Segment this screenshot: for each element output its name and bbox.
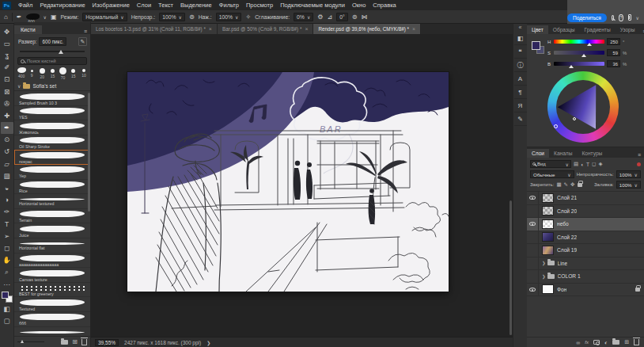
scrollbar[interactable] bbox=[510, 200, 512, 335]
trash-icon[interactable] bbox=[81, 339, 87, 345]
brush-folder-row[interactable]: ∨ Sofia's set bbox=[14, 82, 90, 90]
slider-thumb[interactable] bbox=[581, 54, 586, 57]
brush-preset[interactable]: 70 bbox=[59, 67, 68, 80]
tab-paths[interactable]: Контуры bbox=[577, 149, 607, 158]
hand-tool[interactable]: ✋ bbox=[1, 254, 13, 266]
brush-item-selected[interactable]: покрас bbox=[14, 150, 90, 165]
tab-channels[interactable]: Каналы bbox=[549, 149, 577, 158]
quick-mask-button[interactable]: ◧ bbox=[1, 303, 13, 315]
brush-item[interactable]: BEST for greenery bbox=[14, 283, 90, 298]
menu-file[interactable]: Файл bbox=[18, 2, 32, 9]
brush-settings-panel-icon[interactable]: ✎ bbox=[514, 112, 527, 126]
brush-preset[interactable]: 15 bbox=[69, 67, 78, 78]
brush-preset[interactable]: 400 bbox=[17, 67, 26, 78]
home-icon[interactable]: ⌂ bbox=[4, 13, 8, 21]
screen-mode-button[interactable]: ▢ bbox=[1, 315, 13, 326]
close-icon[interactable]: × bbox=[209, 26, 212, 32]
brush-item[interactable]: Juice bbox=[14, 223, 90, 238]
tab-gradients[interactable]: Градиенты bbox=[580, 25, 616, 34]
menu-filter[interactable]: Фильтр bbox=[219, 2, 239, 9]
slider-thumb[interactable] bbox=[569, 65, 574, 68]
new-brush-icon[interactable]: ⊞ bbox=[72, 339, 78, 345]
filter-adjustment-icon[interactable]: ◐ bbox=[581, 162, 584, 167]
workspace-icon[interactable] bbox=[628, 14, 631, 21]
smoothing-input[interactable]: 0% ∨ bbox=[294, 13, 313, 21]
brush-tool-preset-icon[interactable]: ✒ bbox=[17, 13, 22, 21]
saturation-value[interactable]: 59 bbox=[607, 49, 620, 56]
pressure-size-icon[interactable]: ⊚ bbox=[352, 13, 358, 21]
layer-mask-icon[interactable] bbox=[593, 340, 600, 345]
brush-item[interactable]: Oil Sharp Stroke bbox=[14, 135, 90, 151]
brush-preset[interactable]: 15 bbox=[47, 67, 57, 78]
character-panel-icon[interactable]: A bbox=[514, 72, 527, 86]
slider-thumb[interactable] bbox=[59, 50, 63, 54]
blend-mode-select[interactable]: Нормальный ∨ bbox=[82, 13, 127, 21]
adjustment-layer-icon[interactable]: ◐ bbox=[604, 340, 608, 345]
color-triangle[interactable] bbox=[556, 80, 610, 134]
eyedropper-tool[interactable]: ✇ bbox=[1, 97, 13, 109]
document-tab[interactable]: Bar.psd @ 50% (Слой 9, RGB/8#) * × bbox=[218, 24, 314, 34]
share-button[interactable]: Поделиться bbox=[567, 13, 607, 22]
menu-window[interactable]: Окно bbox=[352, 2, 366, 9]
menu-type[interactable]: Текст bbox=[158, 2, 173, 9]
brush-item[interactable] bbox=[14, 327, 90, 337]
color-marker[interactable] bbox=[573, 117, 576, 120]
layer-row[interactable]: Слой 19 bbox=[527, 244, 644, 257]
lock-pixels-icon[interactable]: ✎ bbox=[564, 181, 568, 188]
lasso-tool[interactable]: ʓ bbox=[1, 49, 13, 61]
slider-thumb[interactable] bbox=[587, 43, 592, 46]
lock-position-icon[interactable]: ✥ bbox=[570, 181, 574, 188]
airbrush-icon[interactable]: ✧ bbox=[245, 13, 251, 21]
filter-smart-icon[interactable]: ◈ bbox=[598, 161, 602, 167]
brush-item[interactable]: Terrain bbox=[14, 209, 90, 224]
brush-item[interactable]: Sampled Brush 10 3 bbox=[14, 91, 90, 106]
brush-size-value[interactable]: 600 пикс. bbox=[39, 37, 66, 46]
blur-tool[interactable]: ◒ bbox=[1, 181, 13, 193]
comments-panel-icon[interactable]: ❝ bbox=[514, 45, 527, 59]
path-selection-tool[interactable]: ➢ bbox=[1, 230, 13, 242]
lock-all-icon[interactable] bbox=[578, 183, 582, 187]
tab-swatches[interactable]: Образцы bbox=[548, 25, 580, 34]
chevron-down-icon[interactable]: ∨ bbox=[44, 14, 47, 20]
layer-row[interactable]: Слой 20 bbox=[527, 205, 644, 219]
edit-toolbar-button[interactable]: ⋯ bbox=[1, 278, 13, 290]
toggle-brush-panel-icon[interactable]: ▣ bbox=[51, 13, 57, 21]
arrow-right-icon[interactable]: ❯ bbox=[206, 340, 210, 345]
layer-row-selected[interactable]: небо bbox=[527, 218, 644, 231]
history-brush-tool[interactable]: ↺ bbox=[1, 146, 13, 158]
document-tab[interactable]: Los bocetos 1-3.psd @ 31% (Слой 11, RGB/… bbox=[91, 24, 218, 34]
tab-layers[interactable]: Слои bbox=[527, 149, 549, 158]
trash-icon[interactable] bbox=[634, 339, 639, 345]
tab-color[interactable]: Цвет bbox=[527, 25, 548, 34]
stroke-preview-slider[interactable] bbox=[17, 341, 44, 343]
saturation-slider[interactable] bbox=[554, 51, 604, 55]
brush-item[interactable]: Живопись bbox=[14, 120, 90, 135]
quick-selection-tool[interactable]: ✐ bbox=[1, 62, 13, 74]
brightness-slider[interactable] bbox=[554, 62, 604, 66]
color-wheel[interactable] bbox=[547, 71, 619, 143]
search-icon[interactable] bbox=[612, 15, 614, 21]
brush-item[interactable]: YES bbox=[14, 106, 90, 121]
panel-menu-icon[interactable]: ≡ bbox=[635, 152, 644, 158]
visibility-toggle[interactable] bbox=[527, 231, 539, 244]
layer-group-row[interactable]: ❯ Line bbox=[527, 257, 644, 271]
visibility-toggle[interactable] bbox=[527, 205, 539, 218]
menu-help[interactable]: Справка bbox=[373, 2, 396, 9]
panel-menu-icon[interactable]: ≡ bbox=[81, 29, 90, 34]
brush-tool[interactable]: ✒ bbox=[1, 122, 13, 134]
scrollbar[interactable] bbox=[88, 93, 90, 212]
visibility-toggle[interactable] bbox=[527, 218, 539, 231]
zoom-tool[interactable]: ⌕ bbox=[1, 266, 13, 278]
new-group-icon[interactable] bbox=[61, 340, 68, 345]
brush-item[interactable]: Canvas texture bbox=[14, 268, 90, 283]
layer-opacity-input[interactable]: 100% ∨ bbox=[616, 170, 641, 178]
panel-menu-icon[interactable]: ≡ bbox=[639, 29, 644, 34]
info-panel-icon[interactable]: ⓘ bbox=[514, 59, 527, 72]
tab-patterns[interactable]: Узоры bbox=[616, 25, 640, 34]
group-expand-icon[interactable]: ❯ bbox=[542, 261, 546, 265]
history-panel-icon[interactable]: ◧ bbox=[514, 32, 527, 45]
hue-marker[interactable] bbox=[554, 124, 558, 128]
brush-search-input[interactable]: Поиск кистей bbox=[17, 57, 87, 65]
brush-angle-input[interactable]: 0° bbox=[336, 13, 348, 21]
gradient-tool[interactable]: ▨ bbox=[1, 170, 13, 181]
